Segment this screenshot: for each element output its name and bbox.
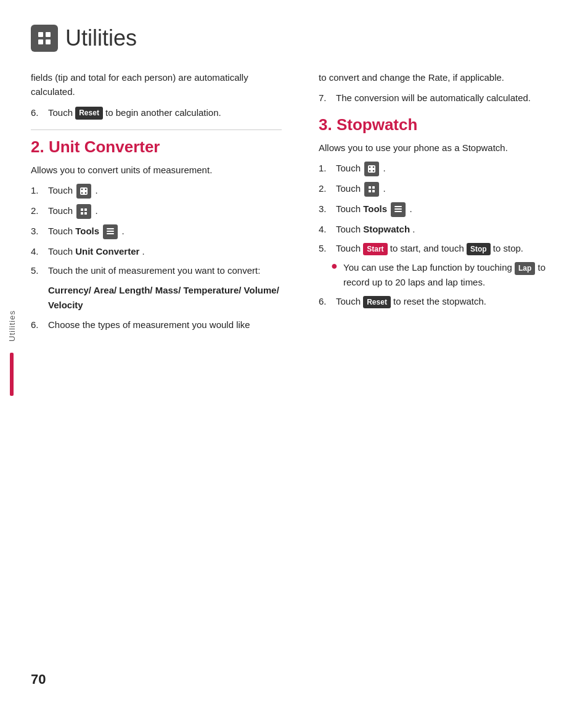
lap-button-label: Lap [515, 262, 535, 275]
bullet-text: You can use the Lap function by touching… [343, 260, 570, 289]
svg-rect-14 [107, 233, 114, 234]
svg-rect-16 [368, 165, 375, 173]
svg-rect-3 [46, 39, 51, 44]
period: . [412, 224, 415, 234]
start-button-label: Start [363, 243, 387, 256]
period: . [95, 205, 97, 216]
tools-icon-svg-r [394, 205, 402, 214]
period: . [383, 163, 385, 173]
period: . [121, 226, 124, 236]
step-text: Touch Reset to reset the stopwatch. [336, 294, 570, 308]
tools-icon-inline [103, 224, 118, 239]
dice-icon-svg [80, 187, 88, 195]
dice-icon-svg-r [367, 165, 376, 173]
page-wrapper: Utilities 70 Utilities fie [0, 0, 588, 706]
svg-point-20 [369, 170, 371, 171]
svg-rect-26 [394, 211, 402, 212]
units-list-block: Currency/ Area/ Length/ Mass/ Temperatur… [48, 283, 282, 313]
units-list: Currency/ Area/ Length/ Mass/ Temperatur… [48, 283, 282, 313]
reset-button-label: Reset [75, 107, 103, 120]
right-continuation: to convert and change the Rate, if appli… [319, 70, 570, 105]
touch-text: Touch [48, 246, 75, 257]
step-num: 3. [319, 202, 336, 216]
touch-text: Touch [336, 163, 363, 173]
continuation-text-right: to convert and change the Rate, if appli… [319, 70, 570, 84]
svg-rect-12 [84, 212, 87, 215]
stop-button-label: Stop [467, 243, 491, 256]
svg-rect-1 [46, 32, 51, 37]
svg-point-7 [85, 189, 87, 191]
step-num: 1. [319, 161, 336, 175]
step-num: 1. [31, 183, 48, 197]
svg-rect-4 [80, 187, 88, 195]
section3-heading: 3. Stopwatch [319, 115, 570, 134]
step-text: Choose the types of measurement you woul… [48, 318, 282, 332]
left-step6-reset: 6. Touch Reset to begin another calculat… [31, 105, 282, 120]
svg-rect-27 [394, 206, 402, 207]
period: . [142, 246, 145, 257]
step-num: 6. [31, 318, 48, 332]
tools-icon-svg [106, 228, 115, 236]
right-section3-step1: 1. Touch . [319, 161, 570, 176]
svg-point-18 [373, 170, 375, 171]
touch-text: Touch [336, 224, 363, 234]
svg-rect-0 [38, 32, 43, 37]
step-num: 6. [31, 105, 48, 120]
right-section3-step5: 5. Touch Start to start, and touch Stop … [319, 241, 570, 255]
bullet-item-lap: ● You can use the Lap function by touchi… [331, 260, 570, 289]
step-text: Touch Unit Converter . [48, 244, 282, 258]
step-text: Touch Stopwatch . [336, 222, 570, 236]
touch-label: Touch [48, 107, 75, 118]
svg-rect-13 [107, 231, 114, 232]
touch-text: Touch [336, 183, 363, 194]
header-icon [31, 25, 58, 52]
svg-point-17 [369, 166, 371, 168]
left-continuation: fields (tip and total for each person) a… [31, 70, 282, 120]
lap-text-before: You can use the Lap function by touching [343, 262, 515, 273]
step-num: 3. [31, 224, 48, 238]
step-text: Touch . [336, 161, 570, 176]
step-text: Touch Start to start, and touch Stop to … [336, 241, 570, 255]
svg-point-8 [81, 192, 83, 194]
svg-rect-2 [38, 39, 43, 44]
left-section2-step5: 5. Touch the unit of measurement you wan… [31, 263, 282, 277]
step-text: Touch the unit of measurement you want t… [48, 263, 282, 277]
step-text: Touch Tools . [48, 224, 282, 239]
touch-text: Touch [336, 203, 363, 214]
period: . [95, 185, 97, 195]
left-section2-step6: 6. Choose the types of measurement you w… [31, 318, 282, 332]
unit-converter-bold: Unit Converter [75, 246, 139, 257]
step-text: Touch . [48, 183, 282, 199]
right-section3-step2: 2. Touch . [319, 181, 570, 197]
section2-heading: 2. Unit Converter [31, 138, 282, 157]
reset-text-after: to reset the stopwatch. [393, 296, 486, 306]
to-stop-text: to stop. [493, 243, 523, 253]
sidebar-bar [10, 353, 14, 396]
touch-text: Touch [48, 226, 75, 236]
step-num: 2. [31, 203, 48, 218]
section3-description: Allows you to use your phone as a Stopwa… [319, 141, 570, 155]
bullet-dot: ● [331, 260, 343, 273]
step-num: 6. [319, 294, 336, 308]
svg-rect-21 [369, 186, 371, 189]
sidebar: Utilities [0, 0, 23, 706]
step-text: The conversion will be automatically cal… [336, 91, 570, 105]
sidebar-label: Utilities [7, 310, 17, 342]
svg-point-19 [373, 166, 375, 168]
right-section3-step6: 6. Touch Reset to reset the stopwatch. [319, 294, 570, 308]
step-num: 4. [31, 244, 48, 258]
svg-rect-24 [372, 190, 375, 192]
page-number: 70 [31, 671, 46, 688]
continuation-text1: fields (tip and total for each person) a… [31, 70, 282, 99]
tools-bold-r: Tools [363, 203, 390, 214]
step-num: 7. [319, 91, 336, 105]
period: . [383, 183, 385, 194]
two-col-layout: fields (tip and total for each person) a… [31, 70, 570, 337]
step-text: Touch . [336, 181, 570, 197]
main-content: Utilities fields (tip and total for each… [31, 0, 570, 374]
step-text: Touch Reset to begin another calculation… [48, 105, 282, 120]
svg-rect-15 [107, 228, 114, 229]
step-text-after: to begin another calculation. [105, 107, 221, 118]
stopwatch-bold: Stopwatch [363, 224, 410, 234]
svg-point-5 [81, 189, 83, 191]
